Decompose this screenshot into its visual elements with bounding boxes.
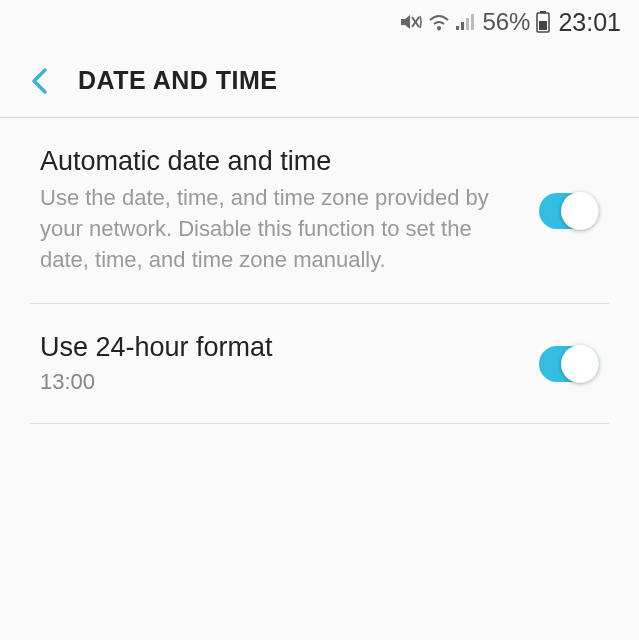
svg-rect-6 xyxy=(471,14,474,30)
setting-24hour-format[interactable]: Use 24-hour format 13:00 xyxy=(0,304,639,423)
signal-icon xyxy=(456,13,476,31)
battery-percent: 56% xyxy=(482,8,530,36)
toggle-knob xyxy=(561,345,599,383)
page-title: DATE AND TIME xyxy=(78,66,278,95)
setting-description: Use the date, time, and time zone provid… xyxy=(40,183,519,275)
mute-vibrate-icon xyxy=(398,12,422,32)
setting-title: Automatic date and time xyxy=(40,146,519,177)
wifi-icon xyxy=(428,13,450,31)
back-button[interactable] xyxy=(30,67,48,95)
setting-text-block: Use 24-hour format 13:00 xyxy=(40,332,519,395)
svg-rect-5 xyxy=(466,18,469,30)
toggle-automatic-datetime[interactable] xyxy=(539,193,599,229)
battery-icon xyxy=(536,11,550,33)
svg-rect-4 xyxy=(461,22,464,30)
toggle-knob xyxy=(561,192,599,230)
setting-automatic-datetime[interactable]: Automatic date and time Use the date, ti… xyxy=(0,118,639,303)
setting-title: Use 24-hour format xyxy=(40,332,519,363)
setting-example: 13:00 xyxy=(40,369,519,395)
toggle-24hour-format[interactable] xyxy=(539,346,599,382)
header: DATE AND TIME xyxy=(0,44,639,117)
svg-point-2 xyxy=(437,26,441,30)
divider xyxy=(30,423,609,424)
status-bar: 56% 23:01 xyxy=(0,0,639,44)
svg-rect-3 xyxy=(456,26,459,30)
svg-rect-9 xyxy=(539,21,547,30)
status-clock: 23:01 xyxy=(558,8,621,37)
setting-text-block: Automatic date and time Use the date, ti… xyxy=(40,146,519,275)
